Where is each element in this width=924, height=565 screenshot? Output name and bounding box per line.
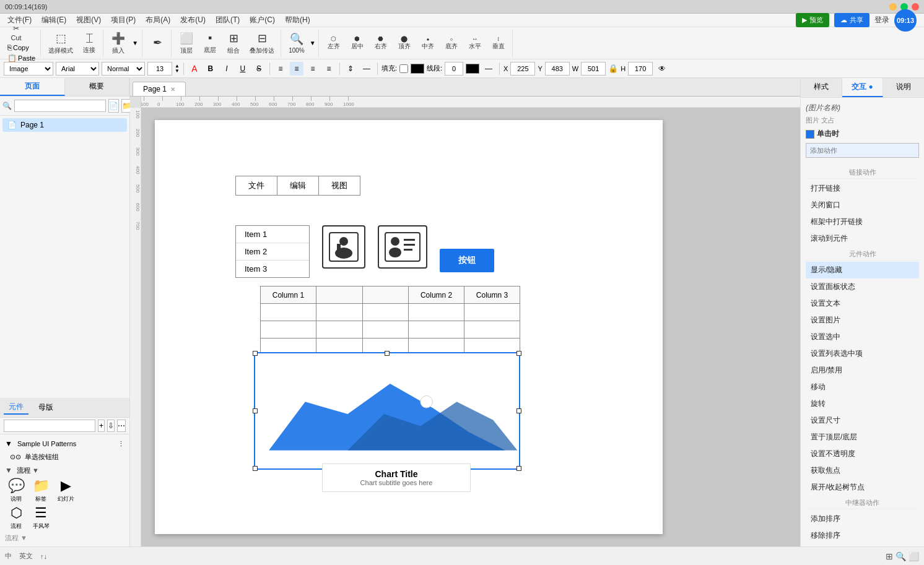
taskbar-start[interactable]: ⊞ xyxy=(886,551,893,561)
dist-h-btn[interactable]: ↔水平 xyxy=(464,31,486,56)
type-select[interactable]: Image xyxy=(4,62,53,75)
strikethrough-btn[interactable]: S xyxy=(252,62,266,75)
align-bottom-btn[interactable]: ⬦底齐 xyxy=(440,31,463,56)
menu-edit[interactable]: 编辑(E) xyxy=(37,14,71,27)
tab-interact[interactable]: 交互 ● xyxy=(842,78,884,97)
more-btn[interactable]: ⋯ xyxy=(117,420,126,432)
bold-btn[interactable]: B xyxy=(204,62,217,75)
menu-layout[interactable]: 布局(A) xyxy=(141,14,175,27)
share-btn[interactable]: ☁ 共享 xyxy=(834,13,870,27)
align-mid-btn[interactable]: ⬥中齐 xyxy=(417,31,439,56)
action-set-text[interactable]: 设置文本 xyxy=(806,295,919,312)
top-layer-btn[interactable]: ⬜ 顶层 xyxy=(175,31,198,56)
canvas-tab-page1[interactable]: Page 1 ✕ xyxy=(133,82,186,96)
cell-1-5[interactable] xyxy=(464,304,520,321)
action-set-image[interactable]: 设置图片 xyxy=(806,312,919,329)
radio-group-item[interactable]: ⊙⊙ 单选按钮组 xyxy=(2,451,127,464)
align-right-btn[interactable]: ⬣右齐 xyxy=(370,31,392,56)
action-open-link[interactable]: 打开链接 xyxy=(806,180,919,197)
elements-search[interactable] xyxy=(4,420,95,432)
x-input[interactable] xyxy=(510,62,535,75)
cell-2-1[interactable] xyxy=(261,321,316,339)
menu-account[interactable]: 账户(C) xyxy=(245,14,280,27)
bottom-layer-btn[interactable]: ▪ 底层 xyxy=(199,31,221,56)
align-justify-btn[interactable]: ≡ xyxy=(322,62,336,75)
contact-card-1[interactable] xyxy=(322,225,365,269)
select-mode-btn[interactable]: ⬚ 选择模式 xyxy=(45,31,77,56)
stroke-style-btn[interactable]: — xyxy=(482,62,495,75)
chart-widget[interactable] xyxy=(254,352,520,470)
insert-dropdown[interactable]: ▼ xyxy=(131,31,139,56)
tab-close-icon[interactable]: ✕ xyxy=(170,86,175,93)
resize-handle-tc[interactable] xyxy=(385,351,390,356)
action-close-window[interactable]: 关闭窗口 xyxy=(806,197,919,213)
align-center-text-btn[interactable]: ≡ xyxy=(290,62,303,75)
action-set-panel[interactable]: 设置面板状态 xyxy=(806,278,919,295)
canvas-list-widget[interactable]: Item 1 Item 2 Item 3 xyxy=(235,225,310,278)
action-add-sort[interactable]: 添加排序 xyxy=(806,511,919,527)
action-scroll-to[interactable]: 滚动到元件 xyxy=(806,230,919,247)
action-get-focus[interactable]: 获取焦点 xyxy=(806,462,919,479)
action-move[interactable]: 移动 xyxy=(806,379,919,395)
line-spacing-btn[interactable]: ⇕ xyxy=(344,62,357,75)
fill-color-box[interactable] xyxy=(411,64,424,74)
align-left-btn[interactable]: ⬡左齐 xyxy=(323,31,345,56)
taskbar-search[interactable]: 🔍 xyxy=(896,551,906,561)
add-page-btn[interactable]: 📄 xyxy=(108,99,119,113)
action-set-selected[interactable]: 设置选中 xyxy=(806,329,919,345)
canvas-scroll-area[interactable]: 100 200 300 400 500 600 700 文件 编辑 视图 xyxy=(130,108,800,546)
list-item-3[interactable]: Item 3 xyxy=(236,261,309,277)
resize-handle-tl[interactable] xyxy=(253,351,258,356)
tab-outline[interactable]: 概要 xyxy=(65,78,130,96)
icon-flow[interactable]: ⬡ 流程 xyxy=(5,506,27,528)
edit-pen-btn[interactable]: ✒ xyxy=(146,31,168,56)
action-set-opacity[interactable]: 设置不透明度 xyxy=(806,446,919,462)
action-rotate[interactable]: 旋转 xyxy=(806,395,919,412)
stroke-color-box[interactable] xyxy=(466,64,479,74)
copy-btn[interactable]: ⎘Copy xyxy=(5,43,32,53)
action-set-list-selected[interactable]: 设置列表选中项 xyxy=(806,345,919,362)
combine-btn[interactable]: ⊞ 组合 xyxy=(222,31,245,56)
taskbar-taskview[interactable]: ⬜ xyxy=(909,551,919,561)
lock-aspect-icon[interactable]: 🔒 xyxy=(608,64,618,73)
dist-v-btn[interactable]: ↕垂直 xyxy=(487,31,510,56)
action-remove-sort[interactable]: 移除排序 xyxy=(806,527,919,544)
action-bring-front-back[interactable]: 置于顶层/底层 xyxy=(806,429,919,446)
canvas-menu-file[interactable]: 文件 xyxy=(236,176,277,195)
icon-explain[interactable]: 💬 说明 xyxy=(5,479,27,501)
sample-ui-collapse[interactable]: ▼ Sample UI Patterns xyxy=(5,439,76,448)
list-item-1[interactable]: Item 1 xyxy=(236,226,309,243)
cell-1-2[interactable] xyxy=(316,304,362,321)
icon-label[interactable]: 📁 标签 xyxy=(30,479,52,501)
bullet-btn[interactable]: — xyxy=(360,62,373,75)
cell-2-3[interactable] xyxy=(362,321,409,339)
align-center-btn[interactable]: ⬢居中 xyxy=(346,31,368,56)
add-action-input[interactable] xyxy=(806,143,919,158)
canvas-menu-view[interactable]: 视图 xyxy=(319,176,360,195)
stroke-width[interactable] xyxy=(445,62,463,75)
menu-view[interactable]: 视图(V) xyxy=(71,14,106,27)
preview-btn[interactable]: ▶ 预览 xyxy=(796,13,829,27)
menu-publish[interactable]: 发布(U) xyxy=(175,14,211,27)
menu-project[interactable]: 项目(P) xyxy=(106,14,141,27)
w-input[interactable] xyxy=(581,62,606,75)
add-element-btn[interactable]: + xyxy=(98,420,105,432)
cell-2-2[interactable] xyxy=(316,321,362,339)
canvas-menu-edit[interactable]: 编辑 xyxy=(277,176,319,195)
font-select[interactable]: Arial xyxy=(56,62,99,75)
icon-accordion[interactable]: ☰ 手风琴 xyxy=(30,506,52,528)
tab-notes[interactable]: 说明 xyxy=(883,78,924,97)
icons-collapse-arrow[interactable]: ▼ xyxy=(5,466,12,475)
tab-pages[interactable]: 页面 xyxy=(0,78,65,96)
resize-handle-mr[interactable] xyxy=(516,408,521,413)
sample-ui-scroll[interactable]: ⋮ xyxy=(118,440,124,448)
align-top-btn[interactable]: ⬤顶齐 xyxy=(393,31,416,56)
list-item-2[interactable]: Item 2 xyxy=(236,243,309,261)
page-search-input[interactable] xyxy=(14,100,106,112)
font-size-up-down[interactable]: ▲▼ xyxy=(175,64,180,74)
insert-btn[interactable]: ➕ 插入 xyxy=(107,31,129,56)
y-input[interactable] xyxy=(545,62,570,75)
login-btn[interactable]: 登录 xyxy=(874,15,889,25)
zoom-btn[interactable]: 🔍 100% xyxy=(285,31,308,56)
masters-tab[interactable]: 母版 xyxy=(33,401,58,414)
